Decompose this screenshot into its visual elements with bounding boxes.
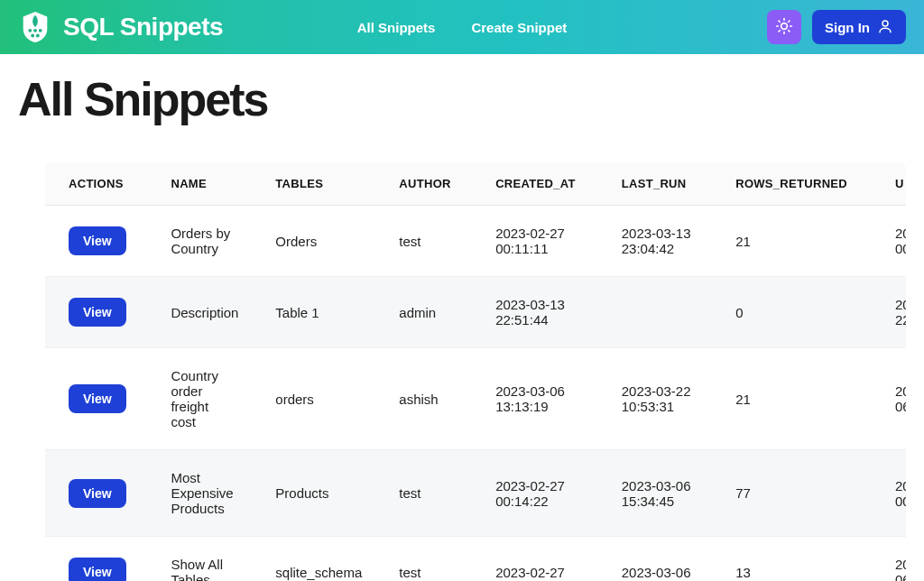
- table-row: ViewDescriptionTable 1admin2023-03-13 22…: [45, 277, 906, 348]
- cell-updated-at: 20 22: [872, 277, 906, 348]
- cell-created-at: 2023-02-27: [472, 537, 598, 582]
- cell-author: test: [375, 537, 472, 582]
- snippets-table: ACTIONS NAME TABLES AUTHOR CREATED_AT LA…: [45, 162, 906, 581]
- nav-all-snippets[interactable]: All Snippets: [357, 20, 436, 35]
- table-row: ViewOrders by CountryOrderstest2023-02-2…: [45, 206, 906, 277]
- brand[interactable]: SQL Snippets: [18, 10, 223, 44]
- svg-point-3: [31, 34, 34, 38]
- svg-line-9: [789, 30, 790, 31]
- sign-in-label: Sign In: [825, 20, 870, 35]
- cell-created-at: 2023-03-06 13:13:19: [472, 348, 598, 450]
- nav-create-snippet[interactable]: Create Snippet: [471, 20, 567, 35]
- svg-point-14: [882, 21, 888, 26]
- cell-name: Most Expensive Products: [147, 450, 252, 537]
- cell-updated-at: 20 06: [872, 537, 906, 582]
- page-title: All Snippets: [18, 72, 906, 126]
- cell-tables: orders: [252, 348, 375, 450]
- svg-point-4: [36, 34, 40, 38]
- th-updated-at: U: [872, 162, 906, 206]
- cell-name: Country order freight cost: [147, 348, 252, 450]
- cell-rows-returned: 77: [712, 450, 872, 537]
- cell-created-at: 2023-02-27 00:11:11: [472, 206, 598, 277]
- cell-tables: Products: [252, 450, 375, 537]
- svg-line-13: [789, 21, 790, 22]
- cell-updated-at: 20 00: [872, 206, 906, 277]
- snippets-table-wrap: ACTIONS NAME TABLES AUTHOR CREATED_AT LA…: [45, 162, 906, 581]
- cell-actions: View: [45, 537, 147, 582]
- cell-updated-at: 20 00: [872, 450, 906, 537]
- cell-last-run: 2023-03-13 23:04:42: [598, 206, 712, 277]
- cell-rows-returned: 13: [712, 537, 872, 582]
- svg-line-8: [779, 21, 780, 22]
- view-button[interactable]: View: [69, 384, 126, 413]
- view-button[interactable]: View: [69, 479, 126, 508]
- th-actions: ACTIONS: [45, 162, 147, 206]
- cell-rows-returned: 21: [712, 206, 872, 277]
- th-rows-returned: ROWS_RETURNED: [712, 162, 872, 206]
- cell-last-run: [598, 277, 712, 348]
- table-row: ViewShow All Tablessqlite_schematest2023…: [45, 537, 906, 582]
- table-row: ViewMost Expensive ProductsProductstest2…: [45, 450, 906, 537]
- svg-point-2: [39, 29, 42, 32]
- view-button[interactable]: View: [69, 298, 126, 327]
- sign-in-button[interactable]: Sign In: [812, 10, 906, 44]
- svg-point-5: [781, 23, 788, 29]
- cell-author: test: [375, 206, 472, 277]
- th-name: NAME: [147, 162, 252, 206]
- th-author: AUTHOR: [375, 162, 472, 206]
- cell-author: test: [375, 450, 472, 537]
- cell-name: Show All Tables: [147, 537, 252, 582]
- svg-point-1: [33, 29, 37, 32]
- page-content: All Snippets ACTIONS NAME TABLES AUTHOR …: [0, 54, 924, 581]
- cell-rows-returned: 0: [712, 277, 872, 348]
- brand-logo-icon: [18, 10, 52, 44]
- cell-actions: View: [45, 450, 147, 537]
- header-actions: Sign In: [767, 10, 906, 44]
- view-button[interactable]: View: [69, 226, 126, 255]
- svg-point-0: [28, 29, 32, 32]
- cell-last-run: 2023-03-06 15:34:45: [598, 450, 712, 537]
- cell-actions: View: [45, 206, 147, 277]
- cell-updated-at: 20 06: [872, 348, 906, 450]
- cell-created-at: 2023-03-13 22:51:44: [472, 277, 598, 348]
- cell-last-run: 2023-03-06: [598, 537, 712, 582]
- theme-toggle-button[interactable]: [767, 10, 801, 44]
- cell-author: ashish: [375, 348, 472, 450]
- cell-rows-returned: 21: [712, 348, 872, 450]
- cell-last-run: 2023-03-22 10:53:31: [598, 348, 712, 450]
- brand-title: SQL Snippets: [63, 13, 223, 42]
- svg-line-12: [779, 30, 780, 31]
- cell-tables: Orders: [252, 206, 375, 277]
- cell-tables: Table 1: [252, 277, 375, 348]
- th-last-run: LAST_RUN: [598, 162, 712, 206]
- user-icon: [877, 18, 893, 37]
- top-nav: All Snippets Create Snippet: [357, 20, 568, 35]
- table-row: ViewCountry order freight costordersashi…: [45, 348, 906, 450]
- cell-actions: View: [45, 348, 147, 450]
- app-header: SQL Snippets All Snippets Create Snippet: [0, 0, 924, 54]
- cell-name: Orders by Country: [147, 206, 252, 277]
- cell-tables: sqlite_schema: [252, 537, 375, 582]
- cell-author: admin: [375, 277, 472, 348]
- view-button[interactable]: View: [69, 558, 126, 581]
- sun-icon: [775, 17, 793, 38]
- cell-actions: View: [45, 277, 147, 348]
- th-created-at: CREATED_AT: [472, 162, 598, 206]
- th-tables: TABLES: [252, 162, 375, 206]
- cell-created-at: 2023-02-27 00:14:22: [472, 450, 598, 537]
- cell-name: Description: [147, 277, 252, 348]
